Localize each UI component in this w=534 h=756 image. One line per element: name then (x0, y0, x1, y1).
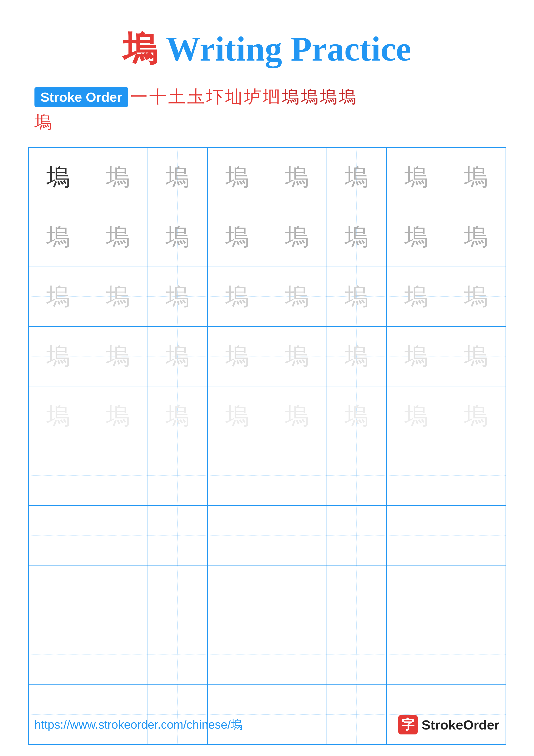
grid-cell[interactable]: 塢 (267, 267, 327, 327)
grid-cell-empty[interactable] (148, 446, 207, 505)
grid-cell-empty[interactable] (446, 446, 506, 505)
grid-cell[interactable]: 塢 (446, 327, 506, 386)
grid-cell-empty[interactable] (267, 625, 327, 685)
grid-cell-empty[interactable] (327, 685, 387, 744)
grid-cell-empty[interactable] (387, 625, 446, 685)
practice-char: 塢 (404, 400, 428, 432)
grid-cell-empty[interactable] (207, 565, 267, 625)
grid-cell-empty[interactable] (148, 685, 207, 744)
grid-cell-empty[interactable] (446, 685, 506, 744)
footer-url[interactable]: https://www.strokeorder.com/chinese/塢 (35, 717, 242, 733)
grid-cell-empty[interactable] (148, 505, 207, 565)
grid-cell-empty[interactable] (446, 505, 506, 565)
grid-cell-empty[interactable] (267, 505, 327, 565)
grid-cell[interactable]: 塢 (28, 148, 88, 207)
grid-cell-empty[interactable] (267, 565, 327, 625)
grid-container: 塢 塢 塢 塢 塢 塢 塢 塢 塢 塢 塢 塢 塢 塢 塢 塢 塢 塢 塢 塢 … (0, 147, 534, 745)
grid-cell-empty[interactable] (148, 565, 207, 625)
grid-cell-empty[interactable] (28, 446, 88, 505)
stroke-step-4: 圡 (187, 85, 204, 109)
grid-cell-empty[interactable] (446, 625, 506, 685)
stroke-order-row: Stroke Order 一 十 土 圡 圷 圸 垆 垇 塢 塢 塢 塢 (35, 85, 499, 109)
grid-cell-empty[interactable] (327, 446, 387, 505)
grid-cell[interactable]: 塢 (267, 386, 327, 446)
grid-cell[interactable]: 塢 (446, 207, 506, 267)
stroke-step-1: 一 (130, 85, 147, 109)
grid-cell[interactable]: 塢 (28, 267, 88, 327)
grid-cell-empty[interactable] (28, 565, 88, 625)
grid-cell-empty[interactable] (207, 505, 267, 565)
grid-cell[interactable]: 塢 (446, 386, 506, 446)
grid-cell[interactable]: 塢 (88, 267, 148, 327)
grid-cell[interactable]: 塢 (267, 207, 327, 267)
practice-char: 塢 (225, 340, 249, 372)
stroke-step-6: 圸 (225, 85, 242, 109)
grid-cell[interactable]: 塢 (267, 327, 327, 386)
grid-cell-empty[interactable] (327, 565, 387, 625)
grid-cell-empty[interactable] (387, 446, 446, 505)
practice-char: 塢 (285, 161, 309, 193)
grid-cell-empty[interactable] (207, 446, 267, 505)
grid-cell[interactable]: 塢 (148, 148, 207, 207)
grid-cell-empty[interactable] (88, 685, 148, 744)
grid-cell-empty[interactable] (28, 505, 88, 565)
grid-cell-empty[interactable] (327, 505, 387, 565)
grid-cell[interactable]: 塢 (387, 267, 446, 327)
grid-cell[interactable]: 塢 (446, 148, 506, 207)
grid-cell[interactable]: 塢 (207, 148, 267, 207)
grid-cell-empty[interactable] (88, 446, 148, 505)
grid-cell-empty[interactable] (88, 625, 148, 685)
grid-cell[interactable]: 塢 (387, 207, 446, 267)
grid-cell[interactable]: 塢 (88, 148, 148, 207)
title-char: 塢 (123, 30, 157, 68)
grid-cell[interactable]: 塢 (387, 386, 446, 446)
practice-char: 塢 (165, 400, 189, 432)
grid-cell[interactable]: 塢 (327, 207, 387, 267)
practice-char: 塢 (106, 281, 130, 313)
practice-char: 塢 (464, 400, 488, 432)
practice-char: 塢 (285, 221, 309, 253)
grid-cell-empty[interactable] (88, 565, 148, 625)
grid-cell-empty[interactable] (387, 685, 446, 744)
grid-cell-empty[interactable] (387, 505, 446, 565)
grid-cell[interactable]: 塢 (28, 207, 88, 267)
grid-cell[interactable]: 塢 (28, 386, 88, 446)
grid-cell[interactable]: 塢 (148, 327, 207, 386)
grid-cell-empty[interactable] (207, 685, 267, 744)
grid-cell[interactable]: 塢 (28, 327, 88, 386)
grid-cell-empty[interactable] (28, 625, 88, 685)
grid-cell[interactable]: 塢 (446, 267, 506, 327)
grid-cell[interactable]: 塢 (148, 386, 207, 446)
practice-char: 塢 (46, 161, 70, 193)
grid-cell-empty[interactable] (327, 625, 387, 685)
practice-char: 塢 (404, 161, 428, 193)
grid-cell[interactable]: 塢 (207, 267, 267, 327)
stroke-step-8: 垇 (263, 85, 280, 109)
grid-cell-empty[interactable] (207, 625, 267, 685)
grid-cell-empty[interactable] (28, 685, 88, 744)
grid-cell[interactable]: 塢 (327, 148, 387, 207)
grid-cell[interactable]: 塢 (88, 207, 148, 267)
grid-cell-empty[interactable] (148, 625, 207, 685)
grid-cell[interactable]: 塢 (327, 327, 387, 386)
grid-cell-empty[interactable] (446, 565, 506, 625)
grid-cell[interactable]: 塢 (327, 386, 387, 446)
grid-cell[interactable]: 塢 (387, 327, 446, 386)
grid-cell[interactable]: 塢 (207, 327, 267, 386)
grid-cell-empty[interactable] (88, 505, 148, 565)
grid-cell[interactable]: 塢 (207, 207, 267, 267)
grid-cell[interactable]: 塢 (267, 148, 327, 207)
grid-cell[interactable]: 塢 (327, 267, 387, 327)
practice-char: 塢 (464, 221, 488, 253)
grid-cell[interactable]: 塢 (148, 207, 207, 267)
grid-cell[interactable]: 塢 (207, 386, 267, 446)
grid-cell[interactable]: 塢 (88, 327, 148, 386)
grid-cell[interactable]: 塢 (387, 148, 446, 207)
practice-char: 塢 (165, 221, 189, 253)
grid-cell-empty[interactable] (267, 446, 327, 505)
grid-cell-empty[interactable] (387, 565, 446, 625)
grid-cell[interactable]: 塢 (88, 386, 148, 446)
practice-char: 塢 (106, 340, 130, 372)
grid-cell-empty[interactable] (267, 685, 327, 744)
grid-cell[interactable]: 塢 (148, 267, 207, 327)
